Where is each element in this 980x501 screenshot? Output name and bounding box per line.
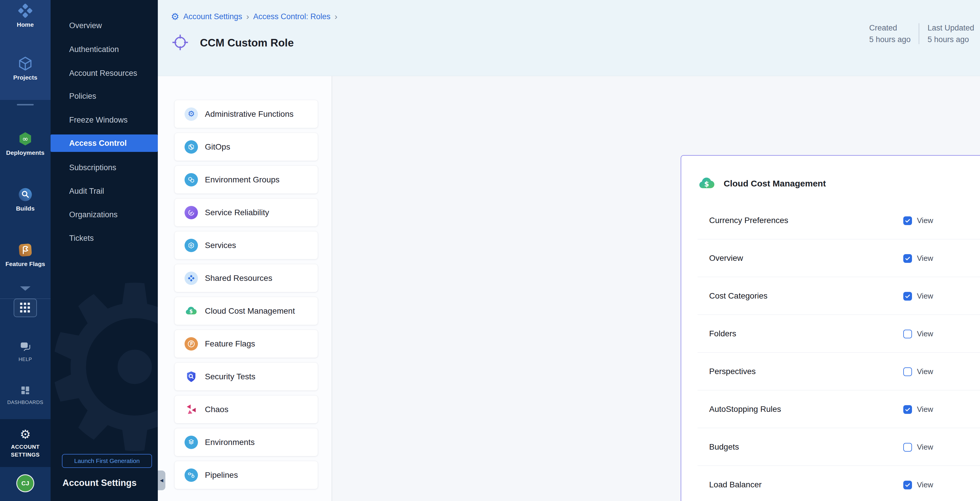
view-checkbox[interactable] xyxy=(903,292,912,301)
dashboards-item[interactable]: DASHBOARDS xyxy=(0,385,51,406)
view-checkbox[interactable] xyxy=(903,368,912,376)
rail-module-home[interactable]: Home xyxy=(0,2,51,28)
view-checkbox[interactable] xyxy=(903,254,912,263)
category-card-pipelines[interactable]: Pipelines xyxy=(174,461,318,489)
category-label: Pipelines xyxy=(205,471,238,480)
breadcrumb: ⚙ Account Settings › Access Control: Rol… xyxy=(171,12,337,22)
permission-name: Overview xyxy=(709,254,743,263)
flag-tile-icon xyxy=(17,242,34,258)
nav-item-freeze-windows[interactable]: Freeze Windows xyxy=(51,111,158,128)
category-card-shared-resources[interactable]: Shared Resources xyxy=(174,264,318,292)
cloud-cost-management-icon: $ xyxy=(697,174,716,193)
last-updated-value: 5 hours ago xyxy=(928,35,974,44)
permission-row-perspectives: PerspectivesViewCreate / EditDelete xyxy=(681,353,980,390)
category-label: Chaos xyxy=(205,405,228,414)
permission-name: AutoStopping Rules xyxy=(709,405,781,414)
nav-panel-title: Account Settings xyxy=(62,478,137,488)
rail-module-feature-flags[interactable]: Feature Flags xyxy=(0,242,51,268)
collapse-panel-button[interactable]: ◀ xyxy=(158,471,165,490)
last-updated-label: Last Updated xyxy=(928,23,974,33)
pipelines-icon xyxy=(185,468,198,482)
category-card-service-reliability[interactable]: Service Reliability xyxy=(174,198,318,227)
checkbox-label: View xyxy=(917,216,933,225)
permissions-content: $ Cloud Cost Management Currency Prefere… xyxy=(332,76,980,501)
created-value: 5 hours ago xyxy=(869,35,911,44)
checkbox-label: View xyxy=(917,480,933,489)
section-title: Cloud Cost Management xyxy=(724,179,826,189)
svg-text:$: $ xyxy=(189,308,193,314)
help-item[interactable]: ? HELP xyxy=(0,340,51,363)
category-card-environment-groups[interactable]: Environment Groups xyxy=(174,166,318,194)
rail-module-label: Deployments xyxy=(6,149,45,156)
permission-name: Budgets xyxy=(709,442,739,451)
nav-item-audit-trail[interactable]: Audit Trail xyxy=(51,182,158,200)
rail-module-projects[interactable]: Projects xyxy=(0,55,51,81)
permission-row-cost-categories: Cost CategoriesViewCreate / EditDelete xyxy=(681,277,980,315)
view-checkbox[interactable] xyxy=(903,443,912,452)
permission-row-load-balancer: Load BalancerViewCreate / EditDelete xyxy=(681,466,980,501)
breadcrumb-link-account-settings[interactable]: Account Settings xyxy=(183,12,242,21)
view-checkbox[interactable] xyxy=(903,330,912,338)
category-card-services[interactable]: Services xyxy=(174,231,318,259)
checkbox-label: View xyxy=(917,442,933,452)
ccm-cloud-icon: $ xyxy=(185,304,198,318)
page-title: CCM Custom Role xyxy=(200,37,294,49)
nav-item-subscriptions[interactable]: Subscriptions xyxy=(51,159,158,176)
service-reliability-icon xyxy=(185,206,198,219)
chevron-down-icon[interactable] xyxy=(20,286,30,291)
avatar-initials: CJ xyxy=(22,480,29,487)
permission-name: Perspectives xyxy=(709,367,756,376)
builds-circle-icon xyxy=(17,186,34,203)
rail-module-label: Projects xyxy=(13,74,38,81)
module-picker-button[interactable] xyxy=(14,298,37,317)
category-card-environments[interactable]: Environments xyxy=(174,428,318,456)
help-icon: ? xyxy=(19,340,32,354)
nav-item-overview[interactable]: Overview xyxy=(51,17,158,34)
help-label: HELP xyxy=(19,357,32,363)
module-rail: HomeProjects∞DeploymentsBuildsFeature Fl… xyxy=(0,0,51,501)
nav-item-access-control[interactable]: Access Control xyxy=(51,135,158,152)
permission-name: Load Balancer xyxy=(709,480,762,489)
category-list: ⚙Administrative FunctionsGitOpsEnvironme… xyxy=(174,100,318,494)
category-card-gitops[interactable]: GitOps xyxy=(174,133,318,161)
rail-divider xyxy=(17,104,34,105)
collapse-arrow-icon: ◀ xyxy=(160,478,163,483)
view-checkbox[interactable] xyxy=(903,216,912,225)
permission-name: Folders xyxy=(709,329,736,338)
nav-item-account-resources[interactable]: Account Resources xyxy=(51,65,158,82)
breadcrumb-link-access-control-roles[interactable]: Access Control: Roles xyxy=(253,12,331,21)
meta-divider xyxy=(919,23,919,44)
nav-item-organizations[interactable]: Organizations xyxy=(51,206,158,224)
cloud-cost-management-panel: $ Cloud Cost Management Currency Prefere… xyxy=(681,155,980,501)
nav-item-policies[interactable]: Policies xyxy=(51,87,158,105)
account-settings-item[interactable]: ⚙ ACCOUNT SETTINGS xyxy=(0,419,51,467)
rail-module-deployments[interactable]: ∞Deployments xyxy=(0,130,51,156)
rail-module-label: Feature Flags xyxy=(6,260,45,268)
view-checkbox[interactable] xyxy=(903,481,912,489)
category-label: Services xyxy=(205,241,236,250)
nav-item-authentication[interactable]: Authentication xyxy=(51,41,158,58)
permission-row-currency-preferences: Currency PreferencesViewCreate / Edit xyxy=(681,201,980,239)
category-label: Administrative Functions xyxy=(205,109,294,119)
category-card-chaos[interactable]: Chaos xyxy=(174,395,318,423)
launch-first-generation-button[interactable]: Launch First Generation xyxy=(62,454,152,468)
category-card-security-tests[interactable]: Security Tests xyxy=(174,363,318,391)
rail-module-label: Builds xyxy=(16,205,35,212)
shared-resources-icon xyxy=(185,271,198,285)
nav-item-tickets[interactable]: Tickets xyxy=(51,230,158,247)
svg-text:∞: ∞ xyxy=(22,135,28,143)
dashboards-icon xyxy=(19,385,31,397)
permission-row-autostopping-rules: AutoStopping RulesViewCreate / EditDelet… xyxy=(681,390,980,428)
permission-row-overview: OverviewView xyxy=(681,239,980,277)
rail-module-builds[interactable]: Builds xyxy=(0,186,51,212)
account-settings-label-2: SETTINGS xyxy=(11,451,40,458)
category-card-feature-flags[interactable]: Feature Flags xyxy=(174,330,318,358)
category-label: Shared Resources xyxy=(205,274,272,283)
rail-module-label: Home xyxy=(17,21,34,28)
view-checkbox[interactable] xyxy=(903,405,912,414)
environments-icon xyxy=(185,436,198,449)
category-card-cloud-cost-management[interactable]: $Cloud Cost Management xyxy=(174,297,318,325)
category-card-administrative-functions[interactable]: ⚙Administrative Functions xyxy=(174,100,318,128)
permission-name: Cost Categories xyxy=(709,292,768,300)
avatar[interactable]: CJ xyxy=(17,475,33,491)
